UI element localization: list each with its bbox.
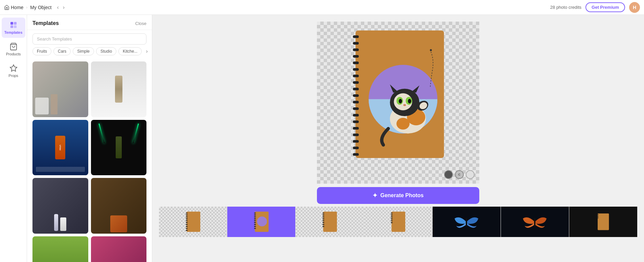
bottom-thumbnails-row [159, 207, 637, 237]
products-label: Products [6, 52, 21, 56]
canvas-checkerboard: C [317, 22, 479, 184]
svg-rect-80 [391, 220, 393, 221]
svg-point-43 [430, 49, 432, 51]
category-cars[interactable]: Cars [53, 47, 71, 55]
breadcrumb-separator: › [26, 5, 27, 10]
svg-rect-14 [353, 81, 359, 84]
svg-rect-15 [353, 88, 359, 90]
nav-back-button[interactable]: ‹ [55, 4, 60, 11]
generate-star-icon: ✦ [372, 192, 377, 199]
svg-rect-58 [254, 214, 256, 215]
premium-button[interactable]: Get Premium [585, 2, 625, 12]
templates-grid: UTAH [32, 61, 146, 262]
category-fruits[interactable]: Fruits [32, 47, 51, 55]
svg-rect-13 [353, 75, 359, 77]
svg-rect-75 [391, 211, 405, 232]
swatch-c: C [455, 170, 464, 179]
icon-sidebar: Templates Products Props [0, 15, 27, 262]
home-label: Home [11, 5, 23, 10]
category-simple[interactable]: Simple [73, 47, 94, 55]
color-swatches: C [444, 170, 475, 179]
svg-rect-77 [391, 214, 393, 215]
bottom-thumb-1[interactable] [159, 207, 227, 237]
category-more-button[interactable]: › [144, 48, 150, 55]
template-card[interactable]: UTAH [32, 120, 88, 176]
svg-rect-63 [254, 224, 256, 225]
svg-rect-9 [353, 49, 359, 51]
sidebar-item-templates[interactable]: Templates [2, 18, 25, 38]
svg-rect-65 [254, 228, 256, 229]
svg-rect-22 [353, 133, 359, 136]
sidebar-item-products[interactable]: Products [2, 39, 25, 59]
svg-rect-69 [322, 216, 324, 217]
svg-point-56 [257, 216, 267, 226]
svg-rect-50 [186, 222, 188, 223]
svg-rect-84 [598, 213, 609, 230]
bottom-thumb-7[interactable] [569, 207, 637, 237]
category-kitchen[interactable]: Kitche... [118, 47, 142, 55]
svg-rect-76 [391, 212, 393, 213]
home-link[interactable]: Home [4, 5, 23, 10]
swatch-dark [444, 170, 453, 179]
svg-rect-67 [322, 212, 324, 213]
svg-rect-17 [353, 101, 359, 104]
svg-rect-46 [186, 214, 188, 215]
svg-rect-72 [322, 222, 324, 223]
svg-rect-71 [322, 220, 324, 221]
template-card[interactable] [32, 178, 88, 234]
canvas-bottom: C ✦ Generate Photos [159, 22, 637, 237]
svg-rect-3 [14, 25, 17, 28]
template-card[interactable] [91, 236, 147, 262]
template-card[interactable] [32, 61, 88, 117]
svg-rect-2 [10, 25, 13, 28]
templates-label: Templates [4, 30, 23, 34]
category-studio[interactable]: Studio [96, 47, 116, 55]
svg-rect-83 [534, 218, 535, 227]
svg-rect-45 [186, 212, 188, 213]
nav-forward-button[interactable]: › [62, 4, 66, 11]
svg-rect-11 [353, 61, 359, 64]
templates-panel-title: Templates [32, 20, 59, 26]
props-icon [9, 64, 18, 72]
svg-point-31 [396, 118, 410, 130]
template-card[interactable] [91, 120, 147, 176]
topbar: Home › My Object ‹ › 28 photo credits Ge… [0, 0, 644, 15]
search-input[interactable] [32, 33, 146, 45]
bottom-thumb-6[interactable] [501, 207, 569, 237]
svg-rect-48 [186, 218, 188, 219]
photo-credits: 28 photo credits [550, 5, 582, 10]
sidebar-item-props[interactable]: Props [2, 61, 25, 81]
template-card[interactable] [32, 236, 88, 262]
bottom-thumb-3[interactable] [296, 207, 364, 237]
template-card[interactable] [91, 61, 147, 117]
svg-rect-68 [322, 214, 324, 215]
svg-rect-8 [353, 42, 359, 45]
svg-rect-86 [597, 216, 599, 216]
thumb-dark-extra [569, 207, 637, 237]
svg-rect-49 [186, 220, 188, 221]
svg-rect-1 [14, 22, 17, 25]
canvas-area: C ✦ Generate Photos [152, 15, 644, 262]
generate-photos-button[interactable]: ✦ Generate Photos [317, 187, 479, 204]
svg-rect-10 [353, 55, 359, 58]
main-layout: Templates Products Props Templates Close [0, 15, 644, 262]
svg-rect-73 [322, 224, 324, 225]
bottom-thumb-4[interactable] [364, 207, 432, 237]
svg-rect-64 [254, 226, 256, 227]
bottom-thumb-5[interactable] [433, 207, 501, 237]
template-card[interactable] [91, 178, 147, 234]
svg-marker-5 [10, 65, 17, 71]
templates-icon [9, 21, 18, 29]
bottom-thumb-2[interactable] [227, 207, 296, 237]
thumb-butterfly-orange [501, 207, 569, 237]
svg-rect-7 [353, 35, 359, 38]
svg-rect-19 [353, 114, 359, 116]
svg-rect-57 [254, 212, 256, 213]
topbar-right: 28 photo credits Get Premium H [550, 2, 640, 13]
swatch-light [466, 170, 475, 179]
close-button[interactable]: Close [135, 21, 146, 26]
svg-rect-21 [353, 127, 359, 130]
svg-rect-60 [254, 218, 256, 219]
svg-rect-61 [254, 220, 256, 221]
svg-rect-18 [353, 107, 359, 110]
